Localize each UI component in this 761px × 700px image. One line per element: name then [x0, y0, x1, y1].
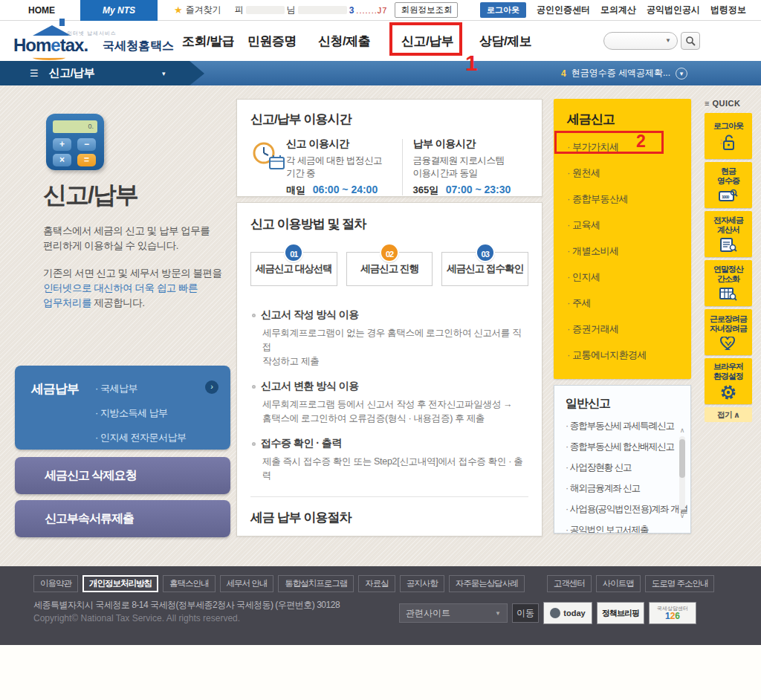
link-stamp-tax-pay[interactable]: 인지세 전자문서납부	[95, 431, 187, 444]
mock-calc-link[interactable]: 모의계산	[600, 4, 636, 16]
tax-payment-items: 국세납부 지방소득세 납부 인지세 전자문서납부	[95, 382, 187, 456]
nav-consult-report[interactable]: 상담/제보	[479, 21, 531, 61]
quick-browser-settings[interactable]: 브라우저 환경설정	[705, 358, 752, 404]
step-label: 세금신고 접수확인	[447, 262, 523, 276]
scrollbar-track[interactable]	[679, 436, 685, 510]
menu-item-securities[interactable]: 증권거래세	[567, 323, 691, 336]
intro-p2-line1: 기존의 서면 신고 및 세무서 방문의 불편을	[43, 268, 222, 279]
footer-terms[interactable]: 이용약관	[33, 575, 78, 592]
section-bar: ☰ 신고/납부 ▾ 4 현금영수증 세액공제확... ▾	[0, 61, 761, 85]
bullet-heading: 신고서 변환 방식 이용	[250, 380, 528, 393]
step-confirm-tax-report[interactable]: 03 세금신고 접수확인	[441, 252, 528, 286]
nav-inquiry-issue[interactable]: 조회/발급	[182, 21, 234, 61]
menu-item-stamp[interactable]: 인지세	[567, 270, 691, 284]
footer-notices[interactable]: 공지사항	[400, 575, 444, 592]
quick-e-tax-invoice[interactable]: 전자세금 계산서	[705, 211, 752, 257]
menu-item-property[interactable]: 종합부동산세	[567, 192, 691, 206]
intro-p2-line3: 제공합니다.	[91, 297, 145, 308]
calc-minus-key: −	[77, 138, 96, 151]
main-header: 인터넷 납세서비스 Hometax. 국세청홈택스 조회/발급 민원증명 신청/…	[0, 21, 761, 61]
my-nts-tab[interactable]: My NTS	[80, 0, 158, 21]
delete-report-request-button[interactable]: 세금신고 삭제요청	[15, 457, 230, 494]
notice-ticker: 4 현금영수증 세액공제확... ▾	[561, 61, 687, 85]
home-link[interactable]: HOME	[28, 5, 55, 16]
go-button[interactable]: 이동	[512, 603, 539, 623]
tax-payment-box[interactable]: 세금납부 국세납부 지방소득세 납부 인지세 전자문서납부 ›	[15, 366, 230, 450]
ticker-expand-button[interactable]: ▾	[676, 68, 687, 80]
step-badge-02: 02	[380, 243, 399, 262]
menu-item-liquor[interactable]: 주세	[567, 296, 691, 310]
user-info: 피 님 3 .......J7	[235, 4, 388, 16]
quick-item-label: 브라우저	[713, 362, 743, 372]
footer-hometax-guide[interactable]: 홈택스안내	[163, 575, 216, 592]
search-input[interactable]: ▼	[603, 32, 678, 50]
nav-apply-submit[interactable]: 신청/제출	[318, 21, 370, 61]
general-report-menu: 일반신고 종합부동산세 과세특례신고 종합부동산세 합산배제신고 사업장현황 신…	[554, 385, 691, 534]
member-info-button[interactable]: 회원정보조회	[395, 2, 458, 18]
intro-p1-line2: 편리하게 이용하실 수 있습니다.	[43, 240, 178, 251]
footer-faq[interactable]: 자주묻는상담사례	[449, 575, 525, 592]
link-local-income-tax-pay[interactable]: 지방소득세 납부	[95, 406, 187, 420]
section-menu-dropdown[interactable]: ☰ 신고/납부 ▾	[0, 61, 190, 85]
digit: 1	[665, 611, 670, 621]
bullet-heading-text: 신고서 변환 방식 이용	[261, 380, 359, 393]
intro-paragraph-1: 홈택스에서 세금의 신고 및 납부 업무를 편리하게 이용하실 수 있습니다.	[43, 224, 210, 253]
cash-receipt-icon: 1000	[719, 189, 738, 204]
gov-today-logo[interactable]: today	[543, 602, 592, 624]
quick-cash-receipt[interactable]: 현금 영수증 1000	[705, 162, 752, 208]
public-corp-link[interactable]: 공익법인공시	[647, 4, 700, 16]
menu-item-foreign-account[interactable]: 해외금융계좌 신고	[566, 482, 690, 495]
related-sites-select[interactable]: 관련사이트 ▼	[399, 603, 508, 623]
footer-customer-center[interactable]: 고객센터	[547, 575, 592, 592]
footer-copyright: Copyright© National Tax Service. All rig…	[33, 613, 240, 623]
arrow-right-icon[interactable]: ›	[205, 380, 218, 394]
favorites-link[interactable]: ★ 즐겨찾기	[174, 4, 221, 16]
menu-item-withholding[interactable]: 원천세	[567, 166, 691, 180]
bullet-body-l1: 세무회계프로그램 등에서 신고서 작성 후 전자신고파일생성 →	[262, 399, 512, 409]
footer-resources[interactable]: 자료실	[358, 575, 395, 592]
menu-item-exclusion[interactable]: 종합부동산세 합산배제신고	[566, 441, 690, 453]
menu-item-public-corp-report[interactable]: 공익법인 보고서제출	[566, 524, 690, 534]
quick-year-end-settlement[interactable]: 연말정산 간소화	[705, 260, 752, 306]
ring-bullet-icon	[252, 314, 256, 317]
policy-briefing-logo[interactable]: 정책브리핑	[597, 602, 644, 624]
footer-privacy[interactable]: 개인정보처리방침	[82, 575, 158, 592]
scrollbar-thumb[interactable]	[679, 439, 685, 478]
step-do-tax-report[interactable]: 02 세금신고 진행	[346, 252, 433, 286]
hometax-logo[interactable]: 인터넷 납세서비스 Hometax. 국세청홈택스	[12, 25, 179, 58]
link-national-tax-pay[interactable]: 국세납부	[95, 382, 187, 395]
footer-road-address[interactable]: 도로명 주소안내	[645, 575, 715, 592]
logout-button[interactable]: 로그아웃	[480, 2, 526, 18]
footer-tax-office-guide[interactable]: 세무서 안내	[220, 575, 274, 592]
favorites-label: 즐겨찾기	[186, 4, 221, 16]
tax-payment-title: 세금납부	[31, 380, 79, 398]
tax-call-center-logo[interactable]: 국세상담센터 126	[649, 602, 696, 624]
bullet-body-l1: 세무회계프로그램이 없는 경우 홈택스에 로그인하여 신고서를 직접	[262, 328, 521, 352]
chevron-down-icon[interactable]: ▼	[665, 37, 671, 44]
menu-item-special-case[interactable]: 종합부동산세 과세특례신고	[566, 420, 690, 432]
menu-item-consumption[interactable]: 개별소비세	[567, 244, 691, 258]
step-select-tax-report[interactable]: 01 세금신고 대상선택	[250, 252, 337, 286]
menu-item-business-account[interactable]: 사업용(공익법인전용)계좌 개설	[566, 503, 690, 516]
quick-collapse-button[interactable]: 접기 ∧	[705, 407, 752, 422]
menu-scrollbar: ∧ ∨	[677, 427, 687, 519]
search-button[interactable]	[681, 32, 700, 50]
scroll-up-icon[interactable]: ∧	[680, 427, 685, 434]
digit: 6	[675, 611, 680, 621]
quick-work-incentive[interactable]: 근로장려금 자녀장려금	[705, 309, 752, 355]
nav-civil-cert[interactable]: 민원증명	[247, 21, 297, 61]
footer-install-program[interactable]: 통합설치프로그램	[278, 575, 354, 592]
menu-item-education[interactable]: 교육세	[567, 218, 691, 232]
footer-sitemap[interactable]: 사이트맵	[596, 575, 641, 592]
scroll-down-icon[interactable]: ∨	[680, 512, 685, 519]
law-info-link[interactable]: 법령정보	[710, 4, 746, 16]
related-sites-value: 관련사이트	[406, 607, 450, 620]
menu-item-business-status[interactable]: 사업장현황 신고	[566, 461, 690, 474]
quick-logout[interactable]: 로그아웃	[705, 113, 752, 159]
redacted-block	[298, 6, 347, 14]
ticker-text[interactable]: 현금영수증 세액공제확...	[571, 67, 670, 80]
annotation-box-step1	[389, 22, 462, 56]
cert-center-link[interactable]: 공인인증센터	[537, 4, 590, 16]
menu-item-transport-energy[interactable]: 교통에너지환경세	[567, 349, 691, 362]
attachment-submit-button[interactable]: 신고부속서류제출	[15, 500, 230, 537]
